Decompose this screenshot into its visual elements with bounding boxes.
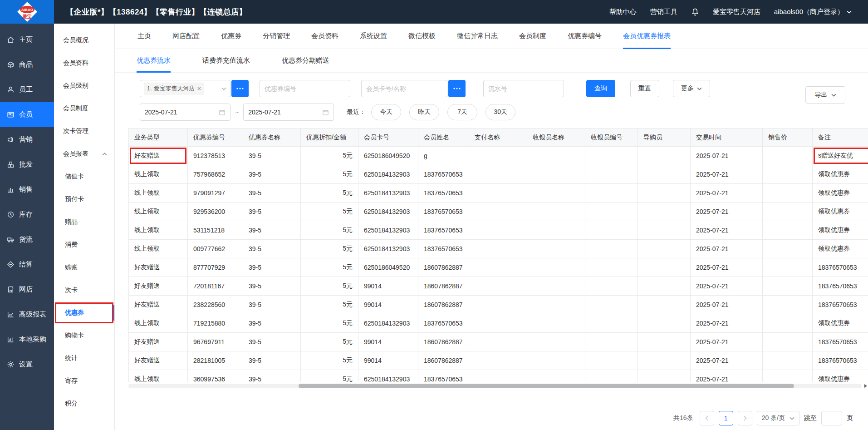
quick-date-pill[interactable]: 7天: [447, 104, 477, 120]
submenu-child-item[interactable]: 次卡: [54, 279, 114, 301]
page-tab[interactable]: 系统设置: [360, 24, 387, 49]
table-row[interactable]: 线上领取 009777662 39-5 5元 6250184132903 183…: [129, 240, 868, 258]
quick-date-pill[interactable]: 30天: [485, 104, 515, 120]
coupon-no-input[interactable]: [260, 80, 350, 97]
submenu-child-item[interactable]: 储值卡: [54, 165, 114, 188]
column-header[interactable]: 收银员名称: [527, 129, 585, 147]
member-card-input[interactable]: [361, 80, 447, 97]
jump-page-input[interactable]: [821, 411, 842, 425]
sidebar-item-settlement[interactable]: 结算: [0, 252, 54, 277]
store-select[interactable]: 1. 爱宝零售天河店: [140, 80, 230, 97]
table-row[interactable]: 线上领取 360997536 39-5 5元 6250184132903 183…: [129, 370, 868, 383]
more-filters-button[interactable]: 更多: [673, 80, 710, 97]
next-page-button[interactable]: [738, 411, 752, 425]
prev-page-button[interactable]: [700, 411, 714, 425]
sidebar-item-marketing[interactable]: 营销: [0, 127, 54, 152]
export-button[interactable]: 导出: [805, 86, 845, 104]
submenu-child-item[interactable]: 优惠券: [54, 301, 114, 324]
notification-bell-button[interactable]: [691, 8, 699, 16]
page-tab[interactable]: 分销管理: [263, 24, 290, 49]
report-subtab[interactable]: 话费券充值流水: [202, 49, 250, 72]
page-tab[interactable]: 网店配置: [172, 24, 200, 49]
close-icon[interactable]: [197, 87, 201, 90]
marketing-tools-link[interactable]: 营销工具: [650, 8, 677, 16]
column-header[interactable]: 会员姓名: [418, 129, 469, 147]
table-row[interactable]: 好友赠送 282181005 39-5 5元 99014 18607862887…: [129, 351, 868, 370]
search-button[interactable]: 查询: [586, 80, 615, 97]
submenu-child-item[interactable]: 消费: [54, 233, 114, 256]
column-header[interactable]: 业务类型: [129, 129, 188, 147]
column-header[interactable]: 会员卡号: [358, 129, 418, 147]
table-row[interactable]: 线上领取 719215880 39-5 5元 6250184132903 183…: [129, 314, 868, 333]
column-header[interactable]: 优惠券编号: [188, 129, 243, 147]
table-row[interactable]: 线上领取 757968652 39-5 5元 6250184132903 183…: [129, 165, 868, 184]
page-tab[interactable]: 会员优惠券报表: [623, 24, 671, 49]
table-row[interactable]: 线上领取 929536200 39-5 5元 6250184132903 183…: [129, 203, 868, 221]
member-picker-button[interactable]: [448, 80, 466, 97]
horizontal-scrollbar[interactable]: [128, 383, 868, 389]
sidebar-item-logistics[interactable]: 货流: [0, 227, 54, 252]
report-subtab[interactable]: 优惠券流水: [137, 49, 171, 72]
column-header[interactable]: 备注: [813, 129, 868, 147]
date-to-picker[interactable]: [243, 104, 334, 121]
submenu-child-item[interactable]: 统计: [54, 347, 114, 370]
page-tab[interactable]: 会员资料: [311, 24, 338, 49]
submenu-item[interactable]: 会员资料: [54, 52, 114, 74]
page-tab[interactable]: 主页: [137, 24, 151, 49]
column-header[interactable]: 优惠折扣/金额: [301, 129, 358, 147]
column-header[interactable]: 优惠券名称: [243, 129, 301, 147]
page-tab[interactable]: 微信异常日志: [457, 24, 498, 49]
table-row[interactable]: 好友赠送 912378513 39-5 5元 6250186049520 g 2…: [129, 147, 868, 165]
submenu-child-item[interactable]: 赠品: [54, 211, 114, 233]
sidebar-item-online-shop[interactable]: 网店: [0, 277, 54, 302]
sidebar-item-settings[interactable]: 设置: [0, 352, 54, 377]
page-number-button[interactable]: 1: [719, 411, 733, 425]
reset-button[interactable]: 重置: [630, 80, 659, 97]
column-header[interactable]: 导购员: [638, 129, 691, 147]
aibao-logo[interactable]: AIBAO 爱宝: [0, 0, 54, 24]
table-row[interactable]: 好友赠送 238228560 39-5 5元 99014 18607862887…: [129, 296, 868, 314]
submenu-item[interactable]: 会员概况: [54, 29, 114, 52]
sidebar-item-advanced-report[interactable]: 高级报表: [0, 302, 54, 327]
sidebar-item-staff[interactable]: 员工: [0, 77, 54, 102]
scrollbar-thumb[interactable]: [299, 384, 794, 388]
table-row[interactable]: 线上领取 531151218 39-5 5元 6250184132903 183…: [129, 221, 868, 240]
page-tab[interactable]: 优惠券: [221, 24, 241, 49]
account-menu[interactable]: aibaols00（商户登录）: [774, 8, 852, 16]
submenu-child-item[interactable]: 赊账: [54, 256, 114, 279]
scroll-right-arrow-icon[interactable]: [863, 384, 868, 388]
quick-date-pill[interactable]: 昨天: [409, 104, 439, 120]
page-tab[interactable]: 优惠券编号: [568, 24, 602, 49]
page-tab[interactable]: 会员制度: [519, 24, 546, 49]
column-header[interactable]: 交易时间: [691, 129, 763, 147]
page-size-select[interactable]: 20 条/页: [757, 411, 799, 425]
sidebar-item-home[interactable]: 主页: [0, 27, 54, 52]
help-center-link[interactable]: 帮助中心: [609, 8, 637, 16]
sidebar-item-local-purchase[interactable]: 本地采购: [0, 327, 54, 352]
sidebar-item-wholesale[interactable]: 批发: [0, 152, 54, 177]
sidebar-item-goods[interactable]: 商品: [0, 52, 54, 77]
column-header[interactable]: 支付名称: [469, 129, 527, 147]
current-store-link[interactable]: 爱宝零售天河店: [713, 8, 760, 16]
flow-no-input[interactable]: [483, 80, 564, 97]
sidebar-item-member[interactable]: 会员: [0, 102, 54, 127]
table-row[interactable]: 好友赠送 877707929 39-5 5元 6250186049520 186…: [129, 258, 868, 277]
sidebar-item-inventory[interactable]: 库存: [0, 202, 54, 227]
page-tab[interactable]: 微信模板: [408, 24, 436, 49]
date-from-input[interactable]: [145, 109, 190, 116]
submenu-child-item[interactable]: 购物卡: [54, 324, 114, 347]
submenu-item[interactable]: 会员级别: [54, 74, 114, 97]
submenu-child-item[interactable]: 预付卡: [54, 188, 114, 211]
submenu-item[interactable]: 会员制度: [54, 97, 114, 120]
store-picker-button[interactable]: [231, 80, 249, 97]
submenu-item[interactable]: 次卡管理: [54, 120, 114, 143]
table-row[interactable]: 好友赠送 967697911 39-5 5元 99014 18607862887…: [129, 333, 868, 351]
column-header[interactable]: 销售价: [763, 129, 813, 147]
date-from-picker[interactable]: [140, 104, 230, 121]
sidebar-item-sales[interactable]: 销售: [0, 177, 54, 202]
submenu-child-item[interactable]: 积分: [54, 392, 114, 415]
column-header[interactable]: 收银员编号: [585, 129, 638, 147]
date-to-input[interactable]: [248, 109, 294, 116]
table-row[interactable]: 线上领取 979091297 39-5 5元 6250184132903 183…: [129, 184, 868, 203]
submenu-child-item[interactable]: 寄存: [54, 370, 114, 392]
